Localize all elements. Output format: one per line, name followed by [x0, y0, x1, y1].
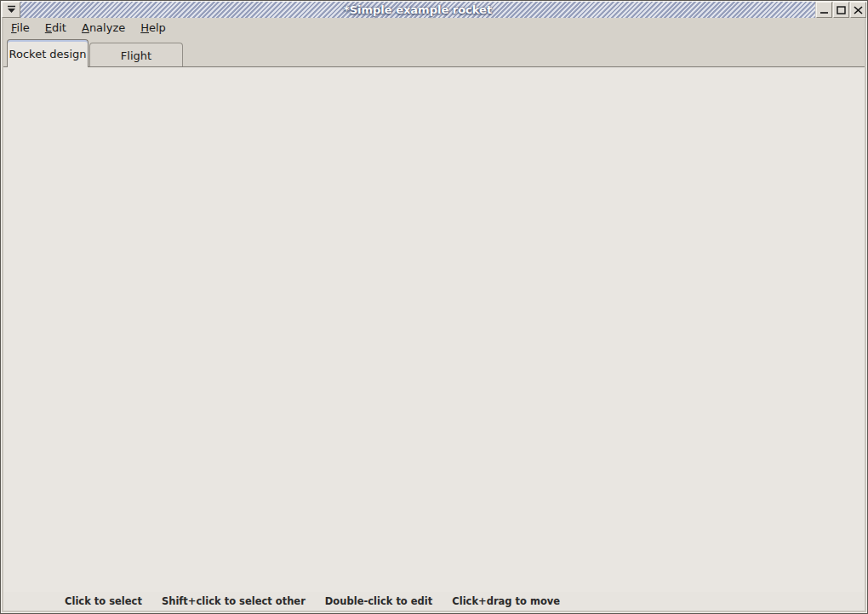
- hint-click-select: Click to select: [65, 595, 142, 607]
- menubar: File Edit Analyze Help: [3, 19, 865, 37]
- menu-help[interactable]: Help: [133, 19, 174, 37]
- close-button[interactable]: [850, 2, 866, 18]
- minimize-icon: [819, 6, 829, 14]
- rocket-design-panel: [3, 66, 865, 592]
- hint-click-drag: Click+drag to move: [452, 595, 560, 607]
- openrocket-window: *Simple example rocket File Edit Analyze…: [0, 0, 868, 614]
- maximize-button[interactable]: [833, 2, 849, 18]
- window-title: *Simple example rocket: [344, 3, 492, 16]
- hint-shift-click: Shift+click to select other: [162, 595, 306, 607]
- window-menu-button[interactable]: [2, 2, 20, 18]
- menu-analyze[interactable]: Analyze: [74, 19, 133, 37]
- close-icon: [854, 6, 863, 14]
- tab-rocket-design[interactable]: Rocket design: [7, 39, 89, 67]
- titlebar: *Simple example rocket: [2, 2, 866, 18]
- titlebar-hatch[interactable]: *Simple example rocket: [20, 2, 815, 18]
- minimize-button[interactable]: [816, 2, 832, 18]
- window-menu-icon: [6, 5, 17, 14]
- tab-flight-simulations[interactable]: Flight simulations: [89, 43, 183, 67]
- status-bar: Click to select Shift+click to select ot…: [3, 591, 865, 611]
- hint-double-click: Double-click to edit: [325, 595, 432, 607]
- menu-edit[interactable]: Edit: [37, 19, 74, 37]
- maximize-icon: [837, 6, 846, 14]
- menu-file[interactable]: File: [3, 19, 37, 37]
